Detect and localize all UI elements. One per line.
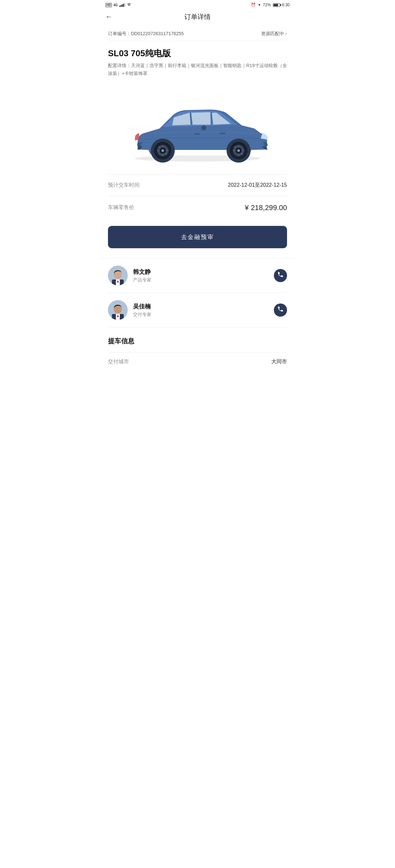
pickup-city-label: 交付城市 (108, 359, 129, 365)
status-right-icons: ⏰ ✦ 72% 6:30 (251, 3, 290, 7)
page-title: 订单详情 (184, 12, 211, 21)
staff-info-1: 韩文静 产品专家 (133, 268, 274, 283)
signal-icon (119, 3, 125, 7)
price-row: 车辆零售价 ¥ 218,299.00 (108, 196, 287, 219)
delivery-time-label: 预计交车时间 (108, 182, 140, 189)
pickup-city-value: 大同市 (271, 359, 287, 365)
status-left-icons: HD 4G (105, 3, 131, 7)
main-content: 订单编号：DD012207263117176255 资源匹配中 > SL03 7… (99, 27, 296, 258)
network-icon: 4G (113, 3, 117, 7)
back-button[interactable]: ← (105, 13, 113, 20)
hd-icon: HD (105, 3, 112, 7)
staff-name-2: 吴佳楠 (133, 303, 274, 310)
call-button-2[interactable] (274, 304, 287, 317)
phone-icon-2 (277, 306, 284, 314)
staff-row-1: 韩文静 产品专家 (108, 258, 287, 293)
delivery-time-row: 预计交车时间 2022-12-01至2022-12-15 (108, 174, 287, 196)
svg-rect-27 (220, 132, 225, 134)
car-image (108, 81, 287, 174)
order-number-label: 订单编号：DD012207263117176255 (108, 31, 184, 37)
alarm-icon: ⏰ (251, 3, 256, 7)
svg-point-19 (162, 149, 164, 152)
delivery-time-value: 2022-12-01至2022-12-15 (228, 182, 287, 189)
finance-button[interactable]: 去金融预审 (108, 226, 287, 248)
chevron-right-icon: > (285, 32, 287, 36)
battery-percent: 72% (263, 3, 271, 7)
call-button-1[interactable] (274, 269, 287, 282)
staff-info-2: 吴佳楠 交付专家 (133, 303, 274, 318)
car-config: 配置详情：天河蓝｜浩宇黑｜前行李箱｜银河流光面板｜智能钥匙｜R19寸运动轮毂（全… (108, 62, 287, 78)
staff-role-2: 交付专家 (133, 312, 274, 318)
pickup-section-title: 提车信息 (108, 337, 287, 346)
svg-rect-26 (194, 133, 200, 135)
staff-role-1: 产品专家 (133, 277, 274, 283)
time-display: 6:30 (282, 3, 290, 7)
staff-name-1: 韩文静 (133, 268, 274, 276)
bluetooth-icon: ✦ (258, 3, 261, 7)
pickup-section: 提车信息 交付城市 大同市 (99, 328, 296, 371)
staff-section: 韩文静 产品专家 吴佳楠 交付专家 (99, 258, 296, 328)
svg-point-7 (237, 149, 240, 152)
staff-row-2: 吴佳楠 交付专家 (108, 293, 287, 328)
staff-avatar-1 (108, 266, 128, 285)
price-value: ¥ 218,299.00 (245, 204, 287, 212)
battery-icon (273, 3, 280, 7)
car-model-name: SL03 705纯电版 (108, 48, 287, 59)
staff-avatar-2 (108, 300, 128, 320)
wifi-icon (127, 3, 131, 7)
pickup-city-row: 交付城市 大同市 (108, 352, 287, 371)
page-header: ← 订单详情 (99, 10, 296, 27)
price-label: 车辆零售价 (108, 204, 134, 211)
svg-point-28 (201, 125, 206, 130)
order-number-row: 订单编号：DD012207263117176255 资源匹配中 > (108, 27, 287, 41)
order-status[interactable]: 资源匹配中 > (261, 31, 287, 37)
status-bar: HD 4G ⏰ ✦ 72% 6:30 (99, 0, 296, 10)
phone-icon-1 (277, 271, 284, 279)
